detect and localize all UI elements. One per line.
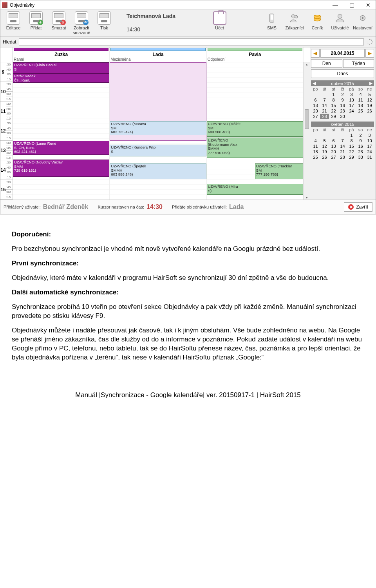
- calendar-day[interactable]: 18: [311, 149, 320, 154]
- tisk-button[interactable]: Tisk: [93, 11, 116, 36]
- calendar-day[interactable]: 16: [356, 143, 365, 149]
- calendar-day[interactable]: 18: [356, 103, 365, 108]
- calendar-column-header[interactable]: Lada Mezisměna: [110, 47, 206, 62]
- calendar-day[interactable]: 25: [311, 154, 320, 160]
- appointment[interactable]: UZAVŘENO (Fiala Daniel S: [13, 62, 109, 73]
- calendar-day[interactable]: 14: [320, 103, 329, 108]
- calendar-day[interactable]: 6: [311, 97, 320, 103]
- calendar-day[interactable]: 12: [365, 97, 374, 103]
- smazat-button[interactable]: × Smazat: [47, 11, 70, 36]
- calendar-column-header[interactable]: Zuzka Ranní: [13, 47, 110, 62]
- calendar-day[interactable]: 9: [356, 138, 365, 143]
- appointment[interactable]: UZAVŘENO (Špejtek SMMH 603 996 248): [110, 163, 206, 179]
- ucet-button[interactable]: Účet: [208, 11, 231, 36]
- today-button[interactable]: Dnes: [311, 69, 374, 78]
- scrollbar-vertical[interactable]: ▴ ▾: [304, 62, 310, 200]
- calendar-day[interactable]: 1: [329, 92, 338, 97]
- calendar-day[interactable]: 9: [338, 97, 347, 103]
- zobrazit-smazane-button[interactable]: 👁 Zobrazit smazané: [70, 11, 93, 36]
- calendar-day[interactable]: 5: [320, 138, 329, 143]
- nastaveni-button[interactable]: Nastavení: [351, 11, 374, 36]
- view-day-button[interactable]: Den: [311, 59, 342, 68]
- search-input[interactable]: [19, 38, 364, 45]
- calendar-day[interactable]: 13: [329, 143, 338, 149]
- appointment[interactable]: UZAVŘENO (Míra S): [207, 184, 303, 195]
- scroll-down-icon[interactable]: ▾: [304, 196, 310, 200]
- calendar-day[interactable]: 23: [356, 149, 365, 154]
- calendar-day[interactable]: 16: [338, 103, 347, 108]
- cenik-button[interactable]: Ceník: [306, 11, 329, 36]
- calendar-day[interactable]: 25: [356, 108, 365, 114]
- calendar-day[interactable]: 22: [347, 149, 356, 154]
- appointment[interactable]: UZAVŘENO (Málek SM 603 288 403): [207, 121, 303, 137]
- calendar-day[interactable]: 30: [338, 114, 347, 119]
- calendar-day[interactable]: 21: [320, 108, 329, 114]
- calendar-day[interactable]: 30: [356, 154, 365, 160]
- calendar-day[interactable]: 1: [347, 132, 356, 138]
- calendar-day[interactable]: 31: [365, 154, 374, 160]
- calendar-day[interactable]: 11: [311, 143, 320, 149]
- calendar-day[interactable]: 28: [338, 154, 347, 160]
- calendar-day[interactable]: 10: [365, 138, 374, 143]
- next-day-button[interactable]: ▶: [365, 49, 374, 58]
- editace-button[interactable]: Editace: [2, 11, 25, 36]
- calendar-day[interactable]: 27: [311, 114, 320, 119]
- calendar-day[interactable]: 2: [338, 92, 347, 97]
- calendar-day[interactable]: 15: [329, 103, 338, 108]
- calendar-day[interactable]: 12: [320, 143, 329, 149]
- calendar-column[interactable]: UZAVŘENO (Fiala Daniel SPaták Radek ČH, …: [13, 62, 110, 200]
- calendar-day[interactable]: 24: [347, 108, 356, 114]
- calendar-day[interactable]: 29: [329, 114, 338, 119]
- calendar-day[interactable]: 14: [338, 143, 347, 149]
- calendar-day[interactable]: 26: [365, 108, 374, 114]
- calendar-day[interactable]: 27: [329, 154, 338, 160]
- calendar-day[interactable]: 3: [347, 92, 356, 97]
- next-month-icon[interactable]: ▶: [368, 81, 374, 86]
- calendar-day[interactable]: 17: [347, 103, 356, 108]
- calendar-day[interactable]: 5: [365, 92, 374, 97]
- calendar-day[interactable]: 4: [356, 92, 365, 97]
- calendar-day[interactable]: 20: [311, 108, 320, 114]
- appointment[interactable]: UZAVŘENO (Kundera Filip S: [110, 145, 206, 156]
- calendar-day[interactable]: 13: [311, 103, 320, 108]
- close-window-button[interactable]: ✕: [362, 2, 374, 8]
- uzivatele-button[interactable]: Uživatelé: [329, 11, 351, 36]
- appointment[interactable]: Paták Radek ČH, Kont.: [13, 73, 109, 83]
- scroll-up-icon[interactable]: ▴: [304, 62, 310, 66]
- maximize-button[interactable]: ▢: [346, 2, 358, 8]
- calendar-column[interactable]: UZAVŘENO (Málek SM 603 288 403)UZAVŘENO …: [207, 62, 304, 200]
- calendar-day[interactable]: 19: [365, 103, 374, 108]
- appointment[interactable]: UZAVŘENO (Biedermann Alex SMMH 777 910 0…: [207, 138, 303, 158]
- calendar-day[interactable]: 2: [356, 132, 365, 138]
- calendar-day[interactable]: 8: [329, 97, 338, 103]
- calendar-day[interactable]: 17: [365, 143, 374, 149]
- calendar-day[interactable]: 23: [338, 108, 347, 114]
- calendar-day[interactable]: 28: [320, 114, 329, 119]
- close-button[interactable]: ✕ Zavřít: [344, 202, 372, 212]
- sms-button[interactable]: SMS: [260, 11, 283, 36]
- calendar-day[interactable]: 29: [347, 154, 356, 160]
- minimize-button[interactable]: —: [329, 2, 341, 8]
- appointment[interactable]: UZAVŘENO (Trackler SM 777 196 786): [255, 163, 303, 179]
- current-date[interactable]: 28.04.2015: [320, 49, 365, 58]
- calendar-day[interactable]: 4: [311, 138, 320, 143]
- calendar-columns[interactable]: UZAVŘENO (Fiala Daniel SPaták Radek ČH, …: [13, 62, 304, 200]
- view-week-button[interactable]: Týden: [343, 59, 374, 68]
- calendar-column[interactable]: UZAVŘENO (Morava SM 603 735 474)UZAVŘENO…: [110, 62, 206, 200]
- prev-day-button[interactable]: ◀: [311, 49, 320, 58]
- calendar-day[interactable]: 24: [365, 149, 374, 154]
- pridat-button[interactable]: + Přidat: [25, 11, 47, 36]
- calendar-day[interactable]: 11: [356, 97, 365, 103]
- calendar-day[interactable]: 26: [320, 154, 329, 160]
- appointment[interactable]: UZAVŘENO (Novotný Václav SMM 728 619 161…: [13, 160, 109, 177]
- calendar-day[interactable]: 7: [320, 97, 329, 103]
- calendar-day[interactable]: 20: [329, 149, 338, 154]
- calendar-day[interactable]: 7: [338, 138, 347, 143]
- calendar-day[interactable]: 15: [347, 143, 356, 149]
- scroll-thumb[interactable]: [305, 109, 309, 129]
- calendar-day[interactable]: 10: [347, 97, 356, 103]
- calendar-body[interactable]: 9 :30 :45 :00 :15 10 :30 :45 :00 :15 11 …: [0, 62, 310, 200]
- calendar-day[interactable]: 3: [365, 132, 374, 138]
- calendar-column-header[interactable]: Pavla Odpolední: [207, 47, 304, 62]
- calendar-day[interactable]: 19: [320, 149, 329, 154]
